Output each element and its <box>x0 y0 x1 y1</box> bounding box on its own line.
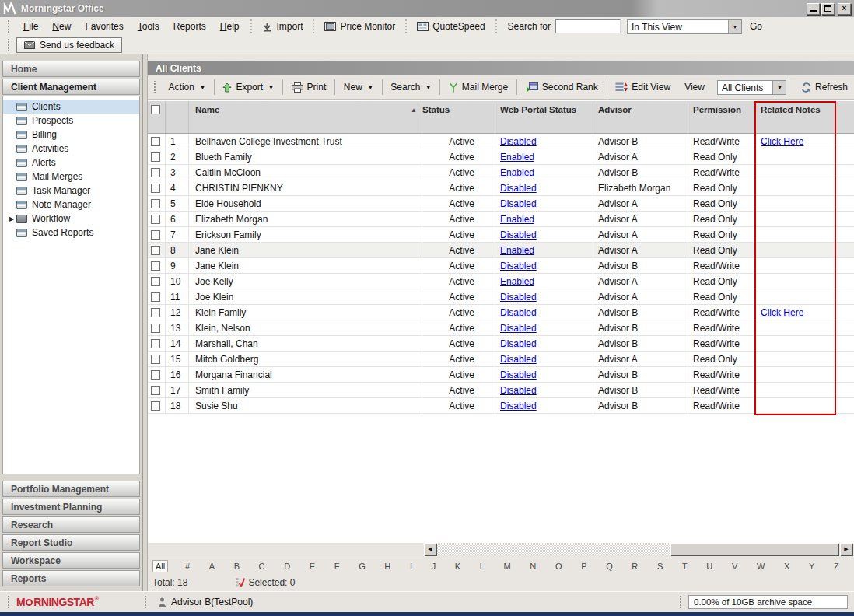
alpha-filter[interactable]: I <box>408 561 415 572</box>
row-checkbox[interactable] <box>151 137 160 146</box>
alpha-filter[interactable]: P <box>579 561 589 572</box>
menu-item-favorites[interactable]: Favorites <box>78 19 130 34</box>
web-portal-status-link[interactable]: Disabled <box>500 369 537 380</box>
table-row[interactable]: 3 Caitlin McCloon Active Enabled Advisor… <box>148 165 854 180</box>
web-portal-status-link[interactable]: Enabled <box>500 152 534 163</box>
web-portal-status-link[interactable]: Disabled <box>500 183 537 194</box>
sidebar-section-reports[interactable]: Reports <box>2 570 140 586</box>
sidebar-item-prospects[interactable]: Prospects <box>3 114 139 128</box>
row-checkbox[interactable] <box>151 370 160 380</box>
table-row[interactable]: 9 Jane Klein Active Disabled Advisor B R… <box>148 258 854 274</box>
alpha-filter[interactable]: U <box>704 561 715 572</box>
web-portal-status-link[interactable]: Enabled <box>500 245 534 256</box>
table-row[interactable]: 2 Blueth Family Active Enabled Advisor A… <box>148 149 854 165</box>
web-portal-status-link[interactable]: Disabled <box>500 385 537 396</box>
sidebar-item-note-manager[interactable]: Note Manager <box>3 198 139 212</box>
row-checkbox[interactable] <box>151 261 160 271</box>
row-checkbox[interactable] <box>151 168 160 177</box>
row-checkbox[interactable] <box>151 308 160 317</box>
table-row[interactable]: 16 Morgana Financial Active Disabled Adv… <box>148 367 854 383</box>
table-row[interactable]: 11 Joe Klein Active Disabled Advisor A R… <box>148 289 854 305</box>
menu-item-reports[interactable]: Reports <box>166 19 213 34</box>
row-checkbox[interactable] <box>151 355 160 364</box>
row-checkbox[interactable] <box>151 401 160 411</box>
client-name-cell[interactable]: Susie Shu <box>189 398 422 413</box>
scrollbar-thumb[interactable] <box>670 543 838 555</box>
row-checkbox[interactable] <box>151 292 160 302</box>
view-dropdown[interactable]: All Clients ▼ <box>717 80 787 95</box>
web-portal-status-link[interactable]: Enabled <box>500 214 534 225</box>
sidebar-item-mail-merges[interactable]: Mail Merges <box>3 170 139 184</box>
column-header-related-notes[interactable]: Related Notes <box>754 101 836 133</box>
client-name-cell[interactable]: Klein, Nelson <box>189 320 422 335</box>
web-portal-status-link[interactable]: Enabled <box>500 276 534 287</box>
dropdown-button[interactable]: ▼ <box>728 20 741 33</box>
sidebar-splitter[interactable] <box>142 54 148 591</box>
alpha-filter[interactable]: A <box>207 561 217 572</box>
alpha-filter[interactable]: N <box>527 561 538 572</box>
client-name-cell[interactable]: Elizabeth Morgan <box>189 212 422 226</box>
go-button[interactable]: Go <box>750 21 762 32</box>
client-name-cell[interactable]: Joe Kelly <box>189 274 422 289</box>
table-row[interactable]: 6 Elizabeth Morgan Active Enabled Adviso… <box>148 212 854 227</box>
web-portal-status-link[interactable]: Disabled <box>500 401 537 411</box>
related-notes-link[interactable]: Click Here <box>761 307 803 318</box>
client-name-cell[interactable]: Joe Klein <box>189 289 422 304</box>
sidebar-item-workflow[interactable]: ▶ Workflow <box>3 212 139 226</box>
table-row[interactable]: 10 Joe Kelly Active Enabled Advisor A Re… <box>148 274 854 289</box>
table-row[interactable]: 7 Erickson Family Active Disabled Adviso… <box>148 227 854 243</box>
row-checkbox[interactable] <box>151 152 160 162</box>
menu-item-help[interactable]: Help <box>213 19 247 34</box>
mail-merge-button[interactable]: Mail Merge <box>443 79 514 95</box>
column-header-web-portal-status[interactable]: Web Portal Status <box>495 101 593 133</box>
web-portal-status-link[interactable]: Disabled <box>500 292 537 303</box>
export-button[interactable]: Export▼ <box>216 79 280 95</box>
row-checkbox[interactable] <box>151 324 160 333</box>
table-row[interactable]: 8 Jane Klein Active Enabled Advisor A Re… <box>148 243 854 258</box>
sidebar-section-portfolio-management[interactable]: Portfolio Management <box>2 481 140 497</box>
sidebar-section-client-management[interactable]: Client Management <box>2 79 140 95</box>
row-checkbox[interactable] <box>151 230 160 240</box>
sidebar-section-home[interactable]: Home <box>2 61 140 77</box>
web-portal-status-link[interactable]: Disabled <box>500 307 537 318</box>
alpha-filter[interactable]: M <box>502 561 513 572</box>
row-checkbox[interactable] <box>151 246 160 255</box>
alpha-filter[interactable]: # <box>183 561 192 572</box>
minimize-button[interactable] <box>807 3 820 15</box>
web-portal-status-link[interactable]: Disabled <box>500 261 537 271</box>
alpha-filter[interactable]: Z <box>831 561 842 572</box>
client-name-cell[interactable]: Jane Klein <box>189 258 422 273</box>
column-header-advisor[interactable]: Advisor <box>593 101 688 133</box>
alpha-filter[interactable]: G <box>356 561 368 572</box>
sidebar-item-alerts[interactable]: Alerts <box>3 156 139 170</box>
web-portal-status-link[interactable]: Enabled <box>500 167 534 178</box>
search-button[interactable]: Search▼ <box>384 79 437 95</box>
web-portal-status-link[interactable]: Disabled <box>500 198 537 209</box>
row-checkbox[interactable] <box>151 184 160 193</box>
table-row[interactable]: 14 Marshall, Chan Active Disabled Adviso… <box>148 336 854 352</box>
action-button[interactable]: Action▼ <box>163 79 212 95</box>
alpha-filter[interactable]: B <box>232 561 242 572</box>
sidebar-section-workspace[interactable]: Workspace <box>2 552 140 569</box>
send-feedback-button[interactable]: Send us feedback <box>16 37 122 53</box>
client-name-cell[interactable]: Marshall, Chan <box>189 336 422 351</box>
client-name-cell[interactable]: Caitlin McCloon <box>189 165 422 180</box>
client-name-cell[interactable]: Morgana Financial <box>189 367 422 382</box>
client-name-cell[interactable]: Smith Family <box>189 383 422 397</box>
sidebar-item-billing[interactable]: Billing <box>3 128 139 142</box>
row-checkbox[interactable] <box>151 199 160 208</box>
row-checkbox[interactable] <box>151 277 160 286</box>
sidebar-section-report-studio[interactable]: Report Studio <box>2 534 140 551</box>
alpha-filter[interactable]: C <box>257 561 268 572</box>
web-portal-status-link[interactable]: Disabled <box>500 323 537 334</box>
menu-item-new[interactable]: New <box>45 19 78 34</box>
import-button[interactable]: Import <box>257 19 308 33</box>
table-row[interactable]: 17 Smith Family Active Disabled Advisor … <box>148 383 854 398</box>
dropdown-button[interactable]: ▼ <box>772 81 786 94</box>
alpha-filter[interactable]: R <box>629 561 640 572</box>
select-all-checkbox[interactable] <box>151 105 160 114</box>
alpha-filter-all[interactable]: All <box>152 560 168 572</box>
alpha-filter[interactable]: T <box>680 561 690 572</box>
row-checkbox[interactable] <box>151 339 160 348</box>
table-row[interactable]: 13 Klein, Nelson Active Disabled Advisor… <box>148 320 854 336</box>
